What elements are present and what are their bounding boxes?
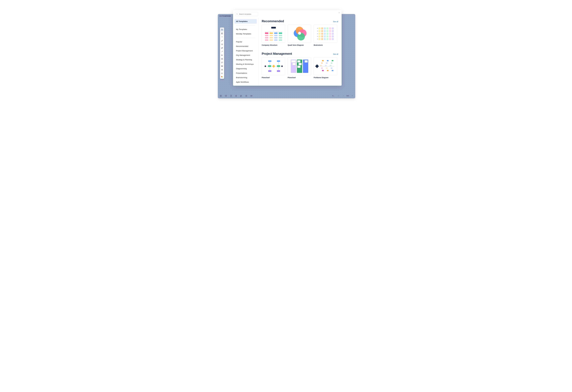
modal-sidebar: All Templates My Templates Monday Templa… (233, 18, 258, 86)
sidebar-item-project-management[interactable]: Project Management (235, 48, 257, 53)
sidebar-item-org-management[interactable]: Org Management (235, 53, 257, 57)
undo-icon[interactable] (332, 95, 334, 97)
template-thumbnail[interactable] (288, 57, 311, 75)
shape-tool[interactable] (221, 47, 224, 49)
left-toolbar (220, 28, 224, 79)
scissors-tool[interactable] (221, 54, 224, 57)
bottom-bar: − 50% + (218, 93, 355, 98)
brand-thin: work (219, 15, 224, 17)
image-tool[interactable] (221, 64, 224, 68)
redo-icon[interactable] (337, 95, 339, 97)
divider (236, 38, 255, 38)
sidebar-item-presentations[interactable]: Presentations (235, 71, 257, 75)
sidebar-item-diagramming[interactable]: Diagramming (235, 66, 257, 71)
grid-tool[interactable] (221, 68, 224, 71)
svg-point-17 (237, 14, 238, 14)
pen-tool[interactable] (221, 39, 224, 42)
search-field[interactable] (239, 13, 257, 15)
template-card-kanban-flowchart[interactable]: Flowchart (288, 57, 311, 78)
template-card-fishbone[interactable]: Fishbone Diagram (314, 57, 337, 78)
template-label: Quad Venn Diagram (288, 44, 311, 46)
template-thumbnail[interactable] (262, 57, 285, 75)
svg-rect-7 (222, 65, 223, 67)
template-label: Flowchart (288, 77, 311, 78)
template-label: Flowchart (262, 77, 285, 78)
svg-rect-12 (220, 95, 222, 96)
svg-rect-0 (222, 33, 223, 34)
search-icon (236, 13, 238, 15)
file-icon[interactable] (230, 95, 232, 97)
template-card-brainstorm[interactable]: Brainstorm (314, 25, 337, 46)
zoom-control: − 50% + (342, 95, 353, 97)
see-all-project-management[interactable]: See all (333, 53, 338, 55)
comment-tool[interactable] (221, 61, 224, 64)
template-label: Company Structure (262, 44, 285, 46)
template-card-quad-venn[interactable]: Quad Venn Diagram (288, 25, 311, 46)
timer-icon[interactable] (235, 95, 237, 97)
template-thumbnail[interactable] (314, 57, 337, 75)
section-title-recommended: Recommended (262, 19, 284, 23)
monday-integration[interactable] (221, 75, 224, 78)
import-tool[interactable] (221, 57, 224, 61)
template-card-flowchart[interactable]: Flowchart (262, 57, 285, 78)
video-icon[interactable] (250, 95, 252, 97)
template-thumbnail[interactable] (288, 25, 311, 43)
sidebar-item-brainstorming[interactable]: Brainstorming (235, 75, 257, 80)
sidebar-item-agile-workflows[interactable]: Agile Workflows (235, 80, 257, 84)
sidebar-item-my-templates[interactable]: My Templates (235, 27, 257, 31)
search-input[interactable] (235, 12, 258, 16)
svg-rect-6 (222, 62, 223, 63)
display-icon[interactable] (225, 95, 227, 97)
zoom-in-button[interactable]: + (351, 95, 353, 97)
sidebar-item-recommended[interactable]: Recommended (235, 44, 257, 48)
svg-rect-16 (251, 95, 252, 96)
sidebar-item-strategy-planning[interactable]: Strategy & Planning (235, 57, 257, 62)
like-icon[interactable] (240, 95, 242, 97)
zoom-level: 50% (345, 95, 350, 96)
panels-icon[interactable] (220, 95, 222, 97)
template-thumbnail[interactable] (314, 25, 337, 43)
template-label: Brainstorm (314, 44, 337, 46)
template-thumbnail[interactable] (262, 25, 285, 43)
svg-point-2 (222, 47, 223, 48)
select-tool[interactable] (221, 28, 224, 31)
see-all-recommended[interactable]: See all (333, 21, 338, 23)
frame-tool[interactable] (221, 32, 224, 35)
templates-modal: ✕ All Templates My Templates Monday Temp… (233, 10, 342, 86)
modal-main: Recommended See all (258, 18, 342, 86)
sidebar-item-meeting-workshops[interactable]: Meeting & Workshops (235, 62, 257, 66)
sticky-note-tool[interactable] (221, 43, 224, 46)
template-card-company-structure[interactable]: Company Structure (262, 25, 285, 46)
list-tool[interactable] (221, 72, 224, 75)
template-label: Fishbone Diagram (314, 77, 337, 78)
sidebar-item-all-templates[interactable]: All Templates (235, 19, 257, 24)
brand-bold: canvas (224, 15, 231, 17)
sidebar-item-monday-templates[interactable]: Monday Templates (235, 31, 257, 36)
close-icon[interactable]: ✕ (338, 12, 340, 14)
section-title-project-management: Project Management (262, 52, 292, 56)
svg-rect-13 (225, 95, 227, 96)
sidebar-item-popular[interactable]: Popular (235, 40, 257, 44)
stopwatch-icon[interactable] (245, 95, 247, 97)
text-tool[interactable] (221, 35, 224, 39)
zoom-out-button[interactable]: − (342, 95, 344, 97)
connector-tool[interactable] (221, 50, 224, 53)
